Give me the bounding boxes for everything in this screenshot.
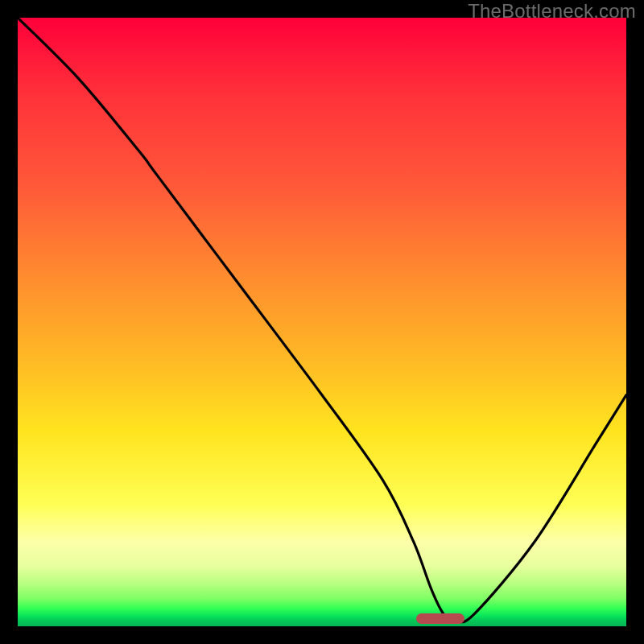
outer-frame: TheBottleneck.com — [0, 0, 644, 644]
chart-area — [18, 18, 626, 626]
bottleneck-curve — [18, 18, 626, 626]
curve-path — [18, 18, 626, 622]
valley-marker-pill — [416, 613, 464, 624]
